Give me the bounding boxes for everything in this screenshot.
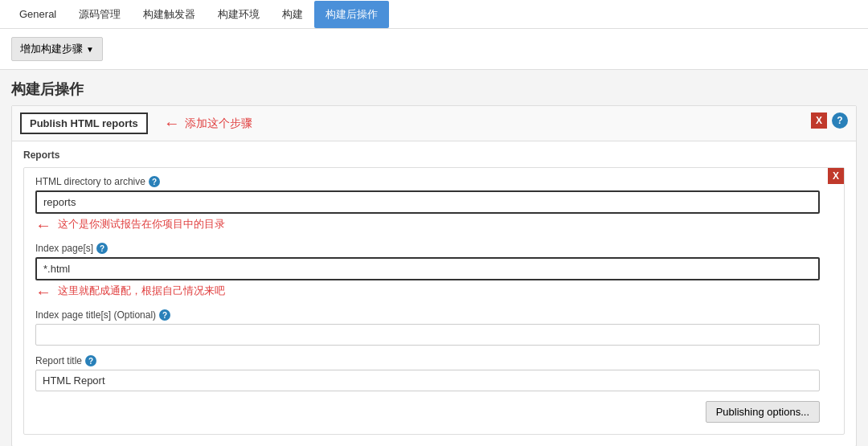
index-page-titles-help-icon[interactable]: ? [159,309,170,321]
tab-source[interactable]: 源码管理 [68,1,132,28]
inner-card: X HTML directory to archive ? ← 这个是你测 [23,167,845,435]
report-title-input[interactable] [35,370,820,391]
inner-card-close-button[interactable]: X [828,168,844,184]
index-pages-row: Index page[s] ? ← 这里就配成通配，根据自己情况来吧 [35,243,820,300]
toolbar: 增加构建步骤 ▼ [0,29,868,70]
tab-bar: General 源码管理 构建触发器 构建环境 构建 构建后操作 [0,0,868,29]
report-title-help-icon[interactable]: ? [85,355,96,366]
html-directory-help-icon[interactable]: ? [149,176,160,187]
card-header: Publish HTML reports ← 添加这个步骤 X ? [12,106,856,141]
index-pages-input[interactable] [35,257,820,280]
index-page-titles-row: Index page title[s] (Optional) ? [35,309,820,346]
tab-general[interactable]: General [8,2,68,27]
html-directory-input[interactable] [35,190,820,214]
publishing-options-button[interactable]: Publishing options... [706,401,820,423]
annotation-text: 添加这个步骤 [185,117,252,131]
html-dir-arrow-icon: ← [35,217,51,233]
index-pages-arrow-icon: ← [35,284,51,300]
main-content: Publish HTML reports ← 添加这个步骤 X ? Report… [0,105,868,446]
card-body: Reports X HTML directory to archive ? [12,141,856,446]
inner-card-body: HTML directory to archive ? ← 这个是你测试报告在你… [24,168,844,434]
reports-section-label: Reports [23,149,845,161]
tab-build[interactable]: 构建 [271,1,314,28]
index-pages-annotation: ← 这里就配成通配，根据自己情况来吧 [35,284,820,300]
publishing-options-row: Publishing options... [35,401,820,423]
index-page-titles-input[interactable] [35,324,820,346]
html-directory-annotation: ← 这个是你测试报告在你项目中的目录 [35,217,820,233]
add-step-label: 增加构建步骤 [20,42,83,56]
index-pages-label: Index page[s] ? [35,243,820,254]
outer-card: Publish HTML reports ← 添加这个步骤 X ? Report… [11,105,857,446]
card-header-title: Publish HTML reports [20,113,148,134]
html-dir-annotation-text: 这个是你测试报告在你项目中的目录 [58,217,225,231]
index-pages-help-icon[interactable]: ? [96,243,108,254]
caret-icon: ▼ [86,45,94,54]
report-title-label: Report title ? [35,355,820,366]
index-page-titles-label: Index page title[s] (Optional) ? [35,309,820,321]
card-header-annotation: ← 添加这个步骤 [164,114,252,133]
add-step-button[interactable]: 增加构建步骤 ▼ [11,37,103,61]
tab-triggers[interactable]: 构建触发器 [132,1,207,28]
outer-card-help-button[interactable]: ? [832,113,848,129]
outer-card-close-button[interactable]: X [811,113,827,129]
html-directory-label: HTML directory to archive ? [35,176,820,187]
tab-build-env[interactable]: 构建环境 [207,1,271,28]
tab-post-build[interactable]: 构建后操作 [314,1,389,28]
index-pages-annotation-text: 这里就配成通配，根据自己情况来吧 [58,284,225,298]
report-title-row: Report title ? [35,355,820,391]
html-directory-row: HTML directory to archive ? ← 这个是你测试报告在你… [35,176,820,233]
annotation-arrow-icon: ← [164,114,180,133]
page-title: 构建后操作 [0,70,868,105]
